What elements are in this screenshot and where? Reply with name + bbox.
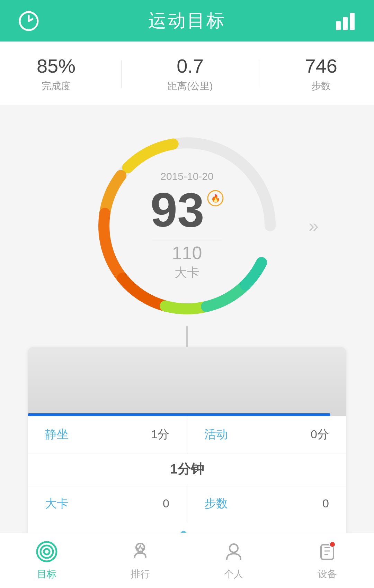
steps-label: 步数	[311, 80, 331, 93]
calories-label: 大卡	[45, 496, 69, 512]
steps-value-activity: 0	[322, 497, 329, 510]
svg-rect-3	[26, 11, 31, 13]
svg-rect-4	[336, 21, 341, 30]
nav-item-ranking[interactable]: 排行	[93, 541, 187, 581]
gauge-main-value: 93	[150, 186, 204, 234]
nav-label-personal: 个人	[224, 568, 243, 581]
main-content: 2015-10-20 93 🔥 110 大卡 »	[0, 105, 374, 560]
gauge-date: 2015-10-20	[160, 171, 213, 182]
active-label: 活动	[204, 426, 228, 442]
gauge-unit: 大卡	[175, 264, 199, 281]
stat-divider-1	[121, 60, 122, 88]
personal-icon	[223, 541, 245, 564]
stats-row: 85% 完成度 0.7 距离(公里) 746 步数	[0, 42, 374, 105]
notification-badge	[329, 541, 336, 548]
calories-value: 0	[163, 497, 169, 510]
activity-chart	[28, 347, 346, 416]
nav-item-personal[interactable]: 个人	[187, 541, 280, 581]
timer-icon	[17, 8, 41, 34]
target-icon	[36, 541, 58, 564]
header: 运动目标	[0, 0, 374, 42]
completion-value: 85%	[37, 55, 75, 77]
fire-icon: 🔥	[207, 190, 224, 208]
sitting-label: 静坐	[45, 426, 69, 442]
chevron-right-icon[interactable]: »	[309, 215, 319, 236]
nav-item-target[interactable]: 目标	[0, 541, 93, 581]
completion-label: 完成度	[42, 80, 71, 93]
active-value: 0分	[311, 426, 329, 442]
stat-steps: 746 步数	[305, 55, 337, 93]
time-label: 1分钟	[28, 453, 346, 485]
sitting-cell: 静坐 1分	[28, 416, 187, 453]
nav-item-device[interactable]: 设备	[280, 541, 374, 581]
steps-label-activity: 步数	[204, 496, 228, 512]
distance-value: 0.7	[177, 55, 204, 77]
nav-label-target: 目标	[37, 568, 56, 581]
nav-label-device: 设备	[318, 568, 337, 581]
steps-value: 746	[305, 55, 337, 77]
svg-text:🔥: 🔥	[211, 194, 220, 203]
stat-distance: 0.7 距离(公里)	[168, 55, 213, 93]
bottom-nav: 目标 排行 个人	[0, 533, 374, 588]
page-title: 运动目标	[148, 9, 226, 33]
ranking-icon	[129, 541, 151, 564]
distance-label: 距离(公里)	[168, 80, 213, 93]
chart-progress-bar	[28, 413, 330, 416]
svg-rect-5	[343, 17, 348, 30]
steps-cell: 步数 0	[187, 485, 346, 522]
active-cell: 活动 0分	[187, 416, 346, 453]
sitting-value: 1分	[151, 426, 169, 442]
gauge-target-value: 110	[172, 243, 202, 263]
svg-point-24	[230, 544, 238, 552]
device-icon-wrapper	[316, 541, 338, 564]
svg-point-21	[44, 549, 50, 554]
gauge-center: 2015-10-20 93 🔥 110 大卡	[150, 171, 224, 281]
connector-line	[186, 326, 188, 347]
gauge-container: 2015-10-20 93 🔥 110 大卡	[87, 126, 287, 326]
gauge-calories-row: 93 🔥	[150, 186, 224, 234]
calories-cell: 大卡 0	[28, 485, 187, 522]
chart-icon[interactable]	[333, 8, 357, 34]
stat-completion: 85% 完成度	[37, 55, 75, 93]
gauge-divider	[152, 240, 222, 240]
nav-label-ranking: 排行	[131, 568, 150, 581]
svg-point-20	[41, 545, 53, 558]
activity-card: 静坐 1分 活动 0分 1分钟 大卡 0 步数 0	[28, 347, 346, 560]
stat-divider-2	[259, 60, 259, 88]
svg-rect-6	[350, 13, 355, 30]
